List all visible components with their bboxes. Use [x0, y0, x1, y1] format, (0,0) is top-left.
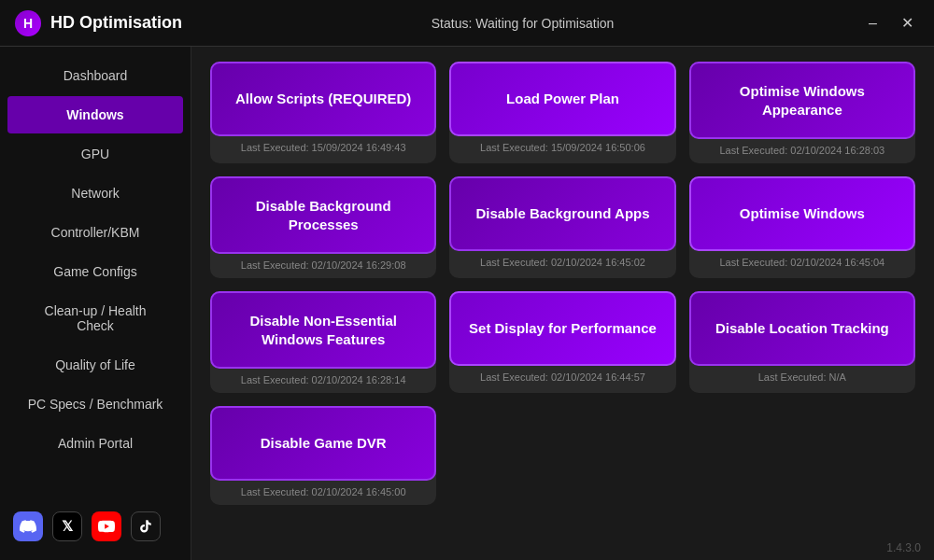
tiktok-icon[interactable] [131, 511, 161, 541]
card-footer-disable-location: Last Executed: N/A [689, 366, 915, 390]
version-label: 1.4.3.0 [886, 541, 921, 554]
title-bar: H HD Optimisation Status: Waiting for Op… [0, 0, 934, 47]
card-btn-allow-scripts[interactable]: Allow Scripts (REQUIRED) [210, 62, 436, 136]
card-footer-disable-bg-processes: Last Executed: 02/10/2024 16:29:08 [210, 254, 436, 278]
card-footer-allow-scripts: Last Executed: 15/09/2024 16:49:43 [210, 136, 436, 161]
card-disable-location[interactable]: Disable Location Tracking Last Executed:… [689, 291, 915, 393]
card-optimise-windows[interactable]: Optimise Windows Last Executed: 02/10/20… [689, 176, 915, 278]
card-disable-bg-processes[interactable]: Disable Background Processes Last Execut… [210, 176, 436, 278]
social-row: 𝕏 [0, 502, 191, 551]
card-btn-optimise-windows[interactable]: Optimise Windows [689, 176, 915, 251]
close-button[interactable]: ✕ [896, 12, 919, 34]
layout: Dashboard Windows GPU Network Controller… [0, 47, 934, 560]
youtube-icon[interactable] [92, 511, 121, 541]
card-btn-set-display[interactable]: Set Display for Performance [449, 291, 675, 366]
card-footer-load-power-plan: Last Executed: 15/09/2024 16:50:06 [449, 136, 675, 161]
cards-grid: Allow Scripts (REQUIRED) Last Executed: … [210, 62, 915, 505]
card-optimise-appearance[interactable]: Optimise Windows Appearance Last Execute… [689, 62, 915, 163]
app-icon: H [15, 10, 41, 36]
card-footer-disable-nonessential: Last Executed: 02/10/2024 16:28:14 [210, 369, 436, 393]
sidebar-item-controller[interactable]: Controller/KBM [7, 214, 183, 251]
sidebar-item-windows[interactable]: Windows [7, 96, 183, 133]
sidebar-item-quality[interactable]: Quality of Life [7, 346, 183, 384]
card-footer-disable-bg-apps: Last Executed: 02/10/2024 16:45:02 [449, 251, 675, 275]
status-text: Status: Waiting for Optimisation [432, 16, 615, 31]
discord-icon[interactable] [13, 511, 43, 541]
card-allow-scripts[interactable]: Allow Scripts (REQUIRED) Last Executed: … [210, 62, 436, 163]
card-btn-disable-nonessential[interactable]: Disable Non-Essential Windows Features [210, 291, 436, 369]
card-btn-disable-bg-apps[interactable]: Disable Background Apps [449, 176, 675, 251]
minimize-button[interactable]: – [863, 13, 883, 34]
card-disable-nonessential[interactable]: Disable Non-Essential Windows Features L… [210, 291, 436, 393]
app-title: HD Optimisation [50, 13, 182, 33]
card-btn-optimise-appearance[interactable]: Optimise Windows Appearance [689, 62, 915, 139]
card-load-power-plan[interactable]: Load Power Plan Last Executed: 15/09/202… [449, 62, 675, 163]
card-disable-game-dvr[interactable]: Disable Game DVR Last Executed: 02/10/20… [210, 406, 436, 505]
window-controls: – ✕ [863, 12, 919, 34]
card-footer-disable-game-dvr: Last Executed: 02/10/2024 16:45:00 [210, 481, 436, 505]
main-content: Allow Scripts (REQUIRED) Last Executed: … [191, 47, 934, 560]
sidebar-item-gpu[interactable]: GPU [7, 135, 183, 173]
sidebar-item-network[interactable]: Network [7, 175, 183, 212]
card-footer-optimise-appearance: Last Executed: 02/10/2024 16:28:03 [689, 139, 915, 163]
sidebar-item-game-configs[interactable]: Game Configs [7, 253, 183, 290]
card-btn-disable-location[interactable]: Disable Location Tracking [689, 291, 915, 366]
card-set-display[interactable]: Set Display for Performance Last Execute… [449, 291, 675, 393]
card-footer-set-display: Last Executed: 02/10/2024 16:44:57 [449, 366, 675, 390]
sidebar-item-cleanup[interactable]: Clean-up / Health Check [7, 292, 183, 344]
card-footer-optimise-windows: Last Executed: 02/10/2024 16:45:04 [689, 251, 915, 275]
sidebar-item-pc-specs[interactable]: PC Specs / Benchmark [7, 385, 183, 423]
sidebar: Dashboard Windows GPU Network Controller… [0, 47, 191, 560]
title-bar-left: H HD Optimisation [15, 10, 182, 36]
card-btn-disable-game-dvr[interactable]: Disable Game DVR [210, 406, 436, 481]
sidebar-item-dashboard[interactable]: Dashboard [7, 57, 183, 94]
card-disable-bg-apps[interactable]: Disable Background Apps Last Executed: 0… [449, 176, 675, 278]
card-btn-disable-bg-processes[interactable]: Disable Background Processes [210, 176, 436, 254]
card-btn-load-power-plan[interactable]: Load Power Plan [449, 62, 675, 136]
sidebar-item-admin[interactable]: Admin Portal [7, 425, 183, 462]
twitter-icon[interactable]: 𝕏 [52, 511, 82, 541]
